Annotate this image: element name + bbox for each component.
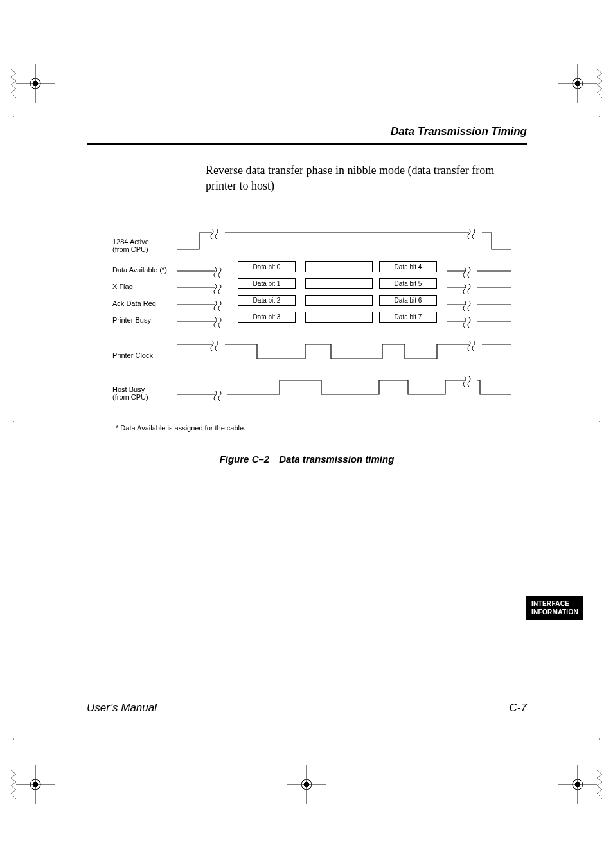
page-footer: User’s Manual C-7	[87, 702, 527, 714]
crop-mark-bottom-center	[287, 765, 326, 804]
page: Data Transmission Timing Reverse data tr…	[0, 0, 613, 868]
crop-mark-bottom-right	[558, 765, 597, 804]
crop-mark-bottom-left	[16, 765, 55, 804]
data-bit-7-box: Data bit 7	[379, 312, 437, 323]
data-bit-2-box: Data bit 2	[238, 295, 296, 306]
data-bit-4-box: Data bit 4	[379, 261, 437, 272]
footnote: * Data Available is assigned for the cab…	[116, 424, 527, 432]
spacer-box	[305, 278, 373, 289]
edge-hatch-tl	[11, 69, 16, 98]
footer-rule	[87, 693, 527, 693]
footer-right: C-7	[510, 702, 527, 714]
crop-mark-top-right	[558, 64, 597, 103]
figure-caption: Figure C–2 Data transmission timing	[87, 454, 527, 465]
svg-point-15	[575, 782, 580, 787]
data-bit-3-box: Data bit 3	[238, 312, 296, 323]
spacer-box	[305, 261, 373, 272]
intro-paragraph: Reverse data transfer phase in nibble mo…	[206, 163, 527, 194]
data-bit-0-box: Data bit 0	[238, 261, 296, 272]
data-bit-1-box: Data bit 1	[238, 278, 296, 289]
guide-dot	[599, 116, 600, 117]
footer-left: User’s Manual	[87, 702, 157, 714]
crop-mark-top-left	[16, 64, 55, 103]
guide-dot	[13, 421, 14, 422]
guide-dot	[13, 116, 14, 117]
svg-point-19	[304, 782, 309, 787]
timing-diagram: 1284 Active (from CPU) Data Available (*…	[112, 226, 524, 406]
svg-point-11	[33, 782, 38, 787]
guide-dot	[599, 421, 600, 422]
edge-hatch-bl	[11, 770, 16, 799]
guide-dot	[13, 738, 14, 740]
spacer-box	[305, 312, 373, 323]
spacer-box	[305, 295, 373, 306]
header-rule	[87, 143, 527, 145]
tab-line1: INTERFACE	[531, 600, 569, 607]
edge-hatch-br	[597, 770, 602, 799]
svg-point-7	[575, 81, 580, 86]
data-bit-6-box: Data bit 6	[379, 295, 437, 306]
edge-hatch-tr	[597, 69, 602, 98]
running-header: Data Transmission Timing	[87, 125, 527, 138]
data-bit-5-box: Data bit 5	[379, 278, 437, 289]
content-area: Data Transmission Timing Reverse data tr…	[87, 125, 527, 465]
guide-dot	[599, 738, 600, 740]
tab-line2: INFORMATION	[531, 608, 578, 616]
svg-point-3	[33, 81, 38, 86]
section-tab-interface-information: INTERFACE INFORMATION	[526, 596, 583, 620]
